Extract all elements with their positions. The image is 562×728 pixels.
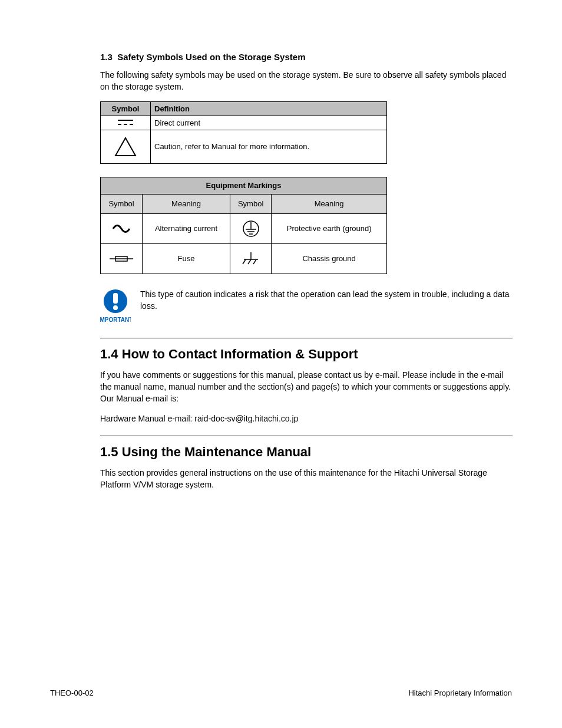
svg-text:IMPORTANT: IMPORTANT <box>100 317 131 323</box>
chassis-ground-icon <box>230 243 271 274</box>
contact-line: Hardware Manual e-mail: raid-doc-sv@itg.… <box>100 413 513 424</box>
symbol-definition: Direct current <box>151 116 387 130</box>
svg-line-17 <box>248 259 251 264</box>
divider <box>100 338 513 338</box>
divider <box>100 436 513 436</box>
intro-paragraph: The following safety symbols may be used… <box>100 69 513 93</box>
svg-point-21 <box>113 305 118 310</box>
table-header: Symbol <box>230 194 271 213</box>
footer-right: Hitachi Proprietary Information <box>408 689 512 697</box>
symbol-meaning: Alternating current <box>143 213 230 243</box>
using-body: This section provides general instructio… <box>100 467 513 491</box>
important-text: This type of caution indicates a risk th… <box>140 288 513 312</box>
table-header: Meaning <box>143 194 230 213</box>
svg-marker-4 <box>115 138 135 156</box>
using-heading: 1.5 Using the Maintenance Manual <box>100 444 513 460</box>
table-header: Symbol <box>101 194 143 213</box>
table-row: Alternating current Protective earth (gr… <box>101 213 387 243</box>
table-row: Fuse Chassis ground <box>101 243 387 274</box>
protective-earth-icon <box>230 213 271 243</box>
fuse-icon <box>101 243 143 274</box>
table-row: Direct current <box>101 116 387 130</box>
svg-line-18 <box>253 259 256 264</box>
symbol-meaning: Protective earth (ground) <box>272 213 387 243</box>
svg-line-16 <box>243 259 246 264</box>
svg-rect-20 <box>113 293 118 304</box>
table-title: Equipment Markings <box>101 177 387 194</box>
symbol-meaning: Chassis ground <box>272 243 387 274</box>
symbol-meaning: Fuse <box>143 243 230 274</box>
equipment-markings-table: Equipment Markings Symbol Meaning Symbol… <box>100 177 387 274</box>
dc-icon <box>101 116 151 130</box>
footer-left: THEO-00-02 <box>50 689 94 697</box>
table-header: Definition <box>151 101 387 116</box>
section-number: 1.3 Safety Symbols Used on the Storage S… <box>100 52 513 62</box>
important-icon: IMPORTANT <box>100 288 131 327</box>
symbol-definition: Caution, refer to Manual for more inform… <box>151 130 387 163</box>
page-footer: THEO-00-02 Hitachi Proprietary Informati… <box>50 689 512 697</box>
table-header: Meaning <box>272 194 387 213</box>
table-header: Symbol <box>101 101 151 116</box>
caution-triangle-icon <box>101 130 151 163</box>
table-row: Caution, refer to Manual for more inform… <box>101 130 387 163</box>
contact-body: If you have comments or suggestions for … <box>100 369 513 405</box>
ac-icon <box>101 213 143 243</box>
contact-heading: 1.4 How to Contact Information & Support <box>100 347 513 362</box>
safety-symbols-table: Symbol Definition Direct current Caution… <box>100 101 387 164</box>
